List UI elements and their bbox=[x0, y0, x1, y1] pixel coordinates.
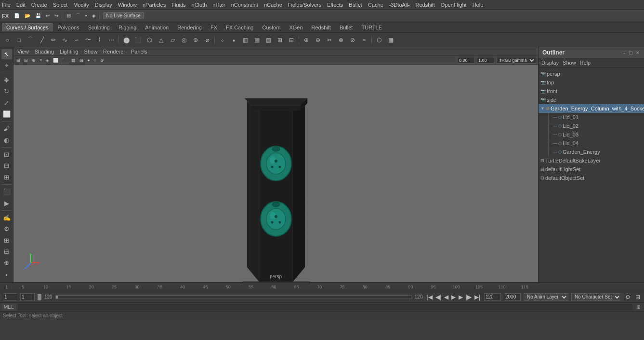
vp-tool10[interactable]: ● bbox=[86, 58, 91, 63]
curve-param-icon[interactable]: ⋯ bbox=[106, 35, 117, 45]
snap-grid-btn[interactable]: ⊞ bbox=[66, 13, 72, 19]
surf-sphere-icon[interactable]: ⬤ bbox=[121, 35, 131, 45]
tab-rigging[interactable]: Rigging bbox=[115, 24, 140, 31]
deform-fill-icon[interactable]: ⊟ bbox=[286, 35, 297, 45]
edit-trim-icon[interactable]: ✂ bbox=[324, 35, 335, 45]
extra-tool1[interactable]: ⊟ bbox=[1, 246, 12, 257]
vp-value1-input[interactable] bbox=[458, 57, 475, 64]
vp-tool1[interactable]: ⊞ bbox=[15, 58, 21, 63]
measure-tool[interactable]: ⊞ bbox=[1, 172, 12, 182]
tab-xgen[interactable]: XGen bbox=[285, 24, 306, 31]
curve-bezier-icon[interactable]: ∽ bbox=[71, 35, 82, 45]
vp-show-menu[interactable]: Show bbox=[84, 49, 98, 54]
snap-curve-btn[interactable]: ⌒ bbox=[74, 12, 82, 20]
menu-file[interactable]: File bbox=[2, 2, 11, 8]
tree-item-Garden_Energy_Column_with_4_Socket_nd1_1[interactable]: ▼⚙Garden_Energy_Column_with_4_Socket_nd1… bbox=[539, 104, 644, 113]
move-tool[interactable]: ✥ bbox=[1, 75, 12, 85]
curve-circle-icon[interactable]: ○ bbox=[2, 35, 13, 45]
vp-tool8[interactable]: ▦ bbox=[70, 58, 77, 63]
surf-nurbs-icon[interactable]: ⊛ bbox=[190, 35, 201, 45]
select-tool[interactable]: ↖ bbox=[1, 49, 12, 59]
anim-extra-btn[interactable]: ⊟ bbox=[634, 294, 641, 300]
menu-select[interactable]: Select bbox=[53, 2, 68, 8]
redo-btn[interactable]: ↪ bbox=[53, 13, 60, 19]
vp-gamma-select[interactable]: sRGB gamma bbox=[496, 57, 536, 64]
mel-input[interactable] bbox=[18, 304, 632, 311]
current-frame2-input[interactable] bbox=[20, 293, 35, 301]
tab-curves-surfaces[interactable]: Curves / Surfaces bbox=[2, 23, 53, 31]
menu-bullet[interactable]: Bullet bbox=[349, 2, 362, 8]
curve-arc-icon[interactable]: ⌒ bbox=[25, 35, 36, 45]
curve-pencil-icon[interactable]: ✏ bbox=[48, 35, 59, 45]
next-frame-btn[interactable]: ▶ bbox=[458, 294, 464, 300]
outliner-close-btn[interactable]: × bbox=[635, 50, 640, 55]
tree-item-Lid_03[interactable]: └—⬡Lid_03 bbox=[539, 130, 644, 139]
prev-key-btn[interactable]: ◀| bbox=[434, 294, 442, 300]
menu-nhair[interactable]: nHair bbox=[212, 2, 225, 8]
sculpt-tool[interactable]: ◐ bbox=[1, 135, 12, 145]
prev-frame-btn[interactable]: ◀ bbox=[443, 294, 449, 300]
vp-tool4[interactable]: ≡ bbox=[39, 58, 43, 63]
menu-window[interactable]: Window bbox=[118, 2, 137, 8]
tree-item-Lid_01[interactable]: └—⬡Lid_01 bbox=[539, 113, 644, 122]
tab-turtle[interactable]: TURTLE bbox=[357, 24, 386, 31]
deform-blend-icon[interactable]: ⬦ bbox=[217, 35, 227, 45]
tab-fx-caching[interactable]: FX Caching bbox=[222, 24, 257, 31]
menu-cache[interactable]: Cache bbox=[368, 2, 383, 8]
edit-extend-icon[interactable]: ⊗ bbox=[336, 35, 346, 45]
current-frame-input[interactable] bbox=[3, 293, 17, 301]
transform-tool[interactable]: ⬜ bbox=[1, 109, 12, 119]
anim-layer-select[interactable]: No Anim Layer bbox=[524, 293, 568, 301]
outliner-show-menu[interactable]: Show bbox=[563, 60, 576, 66]
tree-item-defaultObjectSet[interactable]: ⊟defaultObjectSet bbox=[539, 174, 644, 182]
grid-tool[interactable]: ⊞ bbox=[1, 235, 12, 245]
surf-cone-icon[interactable]: △ bbox=[156, 35, 166, 45]
curve-3pt-icon[interactable]: ⌇ bbox=[94, 35, 105, 45]
deform-birail-icon[interactable]: ▧ bbox=[263, 35, 274, 45]
vp-tool2[interactable]: ⊟ bbox=[23, 58, 29, 63]
menu-fieldssolvers[interactable]: Fields/Solvers bbox=[288, 2, 321, 8]
outliner-help-menu[interactable]: Help bbox=[580, 60, 591, 66]
open-scene-btn[interactable]: 📂 bbox=[23, 13, 32, 19]
tree-item-Lid_02[interactable]: └—⬡Lid_02 bbox=[539, 122, 644, 130]
snap-surface-btn[interactable]: ◈ bbox=[91, 13, 97, 19]
tree-item-defaultLightSet[interactable]: ⊟defaultLightSet bbox=[539, 165, 644, 174]
char-set-select[interactable]: No Character Set bbox=[571, 293, 621, 301]
surf-cube-icon[interactable]: ⬛ bbox=[132, 35, 143, 45]
tree-item-front[interactable]: 📷front bbox=[539, 87, 644, 95]
tree-item-side[interactable]: 📷side bbox=[539, 95, 644, 104]
deform-extrude-icon[interactable]: ▤ bbox=[251, 35, 262, 45]
edit-smooth-icon[interactable]: ≈ bbox=[359, 35, 369, 45]
extra-tool2[interactable]: ⊕ bbox=[1, 258, 12, 268]
menu-3dtoall[interactable]: -3DtoAll- bbox=[389, 2, 410, 8]
tree-item-persp[interactable]: 📷persp bbox=[539, 69, 644, 78]
menu-edit[interactable]: Edit bbox=[16, 2, 26, 8]
menu-nparticles[interactable]: nParticles bbox=[143, 2, 166, 8]
deform-planar-icon[interactable]: ▥ bbox=[240, 35, 250, 45]
save-scene-btn[interactable]: 💾 bbox=[34, 13, 42, 19]
outliner-minimize-btn[interactable]: - bbox=[622, 50, 626, 55]
tab-sculpting[interactable]: Sculpting bbox=[84, 24, 114, 31]
deform-loft-icon[interactable]: ⬧ bbox=[228, 35, 239, 45]
lasso-tool[interactable]: ⌖ bbox=[1, 60, 12, 70]
vp-tool6[interactable]: ⬜ bbox=[52, 58, 59, 63]
scene-area[interactable]: x y z persp bbox=[13, 65, 538, 282]
tree-item-TurtleDefaultBakeLayer[interactable]: ⊟TurtleDefaultBakeLayer bbox=[539, 156, 644, 165]
annotate-tool[interactable]: ✍ bbox=[1, 213, 12, 223]
vp-tool7[interactable]: ⬛ bbox=[61, 58, 68, 63]
curve-line-icon[interactable]: ╱ bbox=[37, 35, 47, 45]
snap-point-btn[interactable]: • bbox=[84, 13, 89, 19]
rotate-tool[interactable]: ↻ bbox=[1, 86, 12, 96]
edit-rebuild-icon[interactable]: ⊘ bbox=[347, 35, 358, 45]
timeline-scrubber[interactable] bbox=[55, 295, 412, 299]
timeline-ticks[interactable]: 5 10 15 20 25 30 35 40 45 50 55 60 65 70… bbox=[12, 285, 536, 289]
tab-redshift[interactable]: Redshift bbox=[308, 24, 335, 31]
next-key-btn[interactable]: |▶ bbox=[465, 294, 473, 300]
tab-custom[interactable]: Custom bbox=[259, 24, 285, 31]
new-scene-btn[interactable]: 📄 bbox=[13, 13, 21, 19]
tab-rendering[interactable]: Rendering bbox=[173, 24, 206, 31]
mel-label[interactable]: MEL bbox=[2, 304, 16, 311]
live-surface-btn[interactable]: No Live Surface bbox=[103, 12, 144, 19]
settings-tool[interactable]: ⚙ bbox=[1, 224, 12, 234]
menu-create[interactable]: Create bbox=[31, 2, 47, 8]
